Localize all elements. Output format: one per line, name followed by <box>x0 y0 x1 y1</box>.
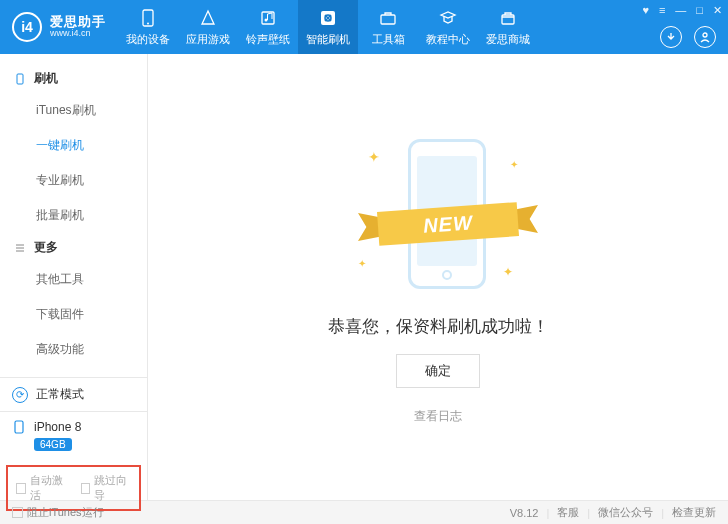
nav-tools[interactable]: 工具箱 <box>358 0 418 54</box>
flash-icon <box>318 8 338 28</box>
minimize-icon[interactable]: — <box>675 4 686 17</box>
nav-store[interactable]: 爱思商城 <box>478 0 538 54</box>
device-mode-status[interactable]: ⟳ 正常模式 <box>0 377 147 411</box>
nav-label: 我的设备 <box>126 32 170 47</box>
refresh-icon: ⟳ <box>12 387 28 403</box>
nav-label: 智能刷机 <box>306 32 350 47</box>
device-info[interactable]: iPhone 8 64GB <box>0 411 147 459</box>
app-header: i4 爱思助手 www.i4.cn 我的设备 应用游戏 铃声壁纸 智能刷机 工具… <box>0 0 728 54</box>
sidebar-item-download-firmware[interactable]: 下载固件 <box>0 297 147 332</box>
checkbox-icon <box>81 483 91 494</box>
check-update-link[interactable]: 检查更新 <box>672 505 716 520</box>
status-label: 正常模式 <box>36 386 84 403</box>
sidebar-group-more[interactable]: 更多 <box>0 233 147 262</box>
sidebar-item-itunes-flash[interactable]: iTunes刷机 <box>0 93 147 128</box>
support-link[interactable]: 客服 <box>557 505 579 520</box>
nav-tutorials[interactable]: 教程中心 <box>418 0 478 54</box>
nav-ringtones[interactable]: 铃声壁纸 <box>238 0 298 54</box>
svg-point-8 <box>703 33 707 37</box>
checkbox-icon <box>12 507 23 518</box>
view-log-link[interactable]: 查看日志 <box>414 408 462 425</box>
checkbox-icon <box>16 483 26 494</box>
ribbon-text: NEW <box>377 202 519 246</box>
logo-icon: i4 <box>12 12 42 42</box>
sidebar-item-batch-flash[interactable]: 批量刷机 <box>0 198 147 233</box>
sidebar: 刷机 iTunes刷机 一键刷机 专业刷机 批量刷机 更多 其他工具 下载固件 … <box>0 54 148 500</box>
tutorial-icon <box>438 8 458 28</box>
nav-apps[interactable]: 应用游戏 <box>178 0 238 54</box>
sidebar-item-advanced[interactable]: 高级功能 <box>0 332 147 367</box>
toolbox-icon <box>378 8 398 28</box>
group-label: 刷机 <box>34 70 58 87</box>
device-name: iPhone 8 <box>34 420 81 434</box>
download-icon[interactable] <box>660 26 682 48</box>
wechat-link[interactable]: 微信公众号 <box>598 505 653 520</box>
device-icon <box>138 8 158 28</box>
block-itunes-checkbox[interactable]: 阻止iTunes运行 <box>12 505 104 520</box>
checkbox-label: 跳过向导 <box>94 473 131 503</box>
menu-icon[interactable]: ♥ <box>642 4 649 17</box>
checkbox-label: 自动激活 <box>30 473 67 503</box>
svg-rect-10 <box>15 421 23 433</box>
nav-label: 工具箱 <box>372 32 405 47</box>
window-controls: ♥ ≡ — □ ✕ <box>642 4 722 17</box>
storage-badge: 64GB <box>34 438 72 451</box>
star-icon: ✦ <box>368 149 380 165</box>
skip-wizard-checkbox[interactable]: 跳过向导 <box>81 473 132 503</box>
svg-point-1 <box>147 22 149 24</box>
settings-icon[interactable]: ≡ <box>659 4 665 17</box>
group-label: 更多 <box>34 239 58 256</box>
app-title: 爱思助手 <box>50 15 106 29</box>
phone-mini-icon <box>12 420 26 434</box>
auto-activate-checkbox[interactable]: 自动激活 <box>16 473 67 503</box>
main-content: ✦ ✦ ✦ ✦ NEW 恭喜您，保资料刷机成功啦！ 确定 查看日志 <box>148 54 728 500</box>
checkbox-label: 阻止iTunes运行 <box>27 505 104 520</box>
star-icon: ✦ <box>510 159 518 170</box>
app-url: www.i4.cn <box>50 29 106 39</box>
sidebar-group-flash[interactable]: 刷机 <box>0 64 147 93</box>
star-icon: ✦ <box>358 258 366 269</box>
top-nav: 我的设备 应用游戏 铃声壁纸 智能刷机 工具箱 教程中心 爱思商城 <box>118 0 538 54</box>
success-message: 恭喜您，保资料刷机成功啦！ <box>328 315 549 338</box>
svg-rect-9 <box>17 74 23 84</box>
sidebar-item-oneclick-flash[interactable]: 一键刷机 <box>0 128 147 163</box>
nav-label: 应用游戏 <box>186 32 230 47</box>
logo-area: i4 爱思助手 www.i4.cn <box>0 12 118 42</box>
nav-flash[interactable]: 智能刷机 <box>298 0 358 54</box>
header-actions <box>660 26 716 48</box>
nav-label: 教程中心 <box>426 32 470 47</box>
close-icon[interactable]: ✕ <box>713 4 722 17</box>
sidebar-item-other-tools[interactable]: 其他工具 <box>0 262 147 297</box>
svg-rect-6 <box>381 15 395 24</box>
nav-my-device[interactable]: 我的设备 <box>118 0 178 54</box>
star-icon: ✦ <box>503 265 513 279</box>
nav-label: 爱思商城 <box>486 32 530 47</box>
sidebar-item-pro-flash[interactable]: 专业刷机 <box>0 163 147 198</box>
version-label: V8.12 <box>510 507 539 519</box>
maximize-icon[interactable]: □ <box>696 4 703 17</box>
user-icon[interactable] <box>694 26 716 48</box>
apps-icon <box>198 8 218 28</box>
more-icon <box>14 242 26 254</box>
ribbon-graphic: NEW <box>358 199 538 249</box>
store-icon <box>498 8 518 28</box>
ringtone-icon <box>258 8 278 28</box>
nav-label: 铃声壁纸 <box>246 32 290 47</box>
phone-icon <box>14 73 26 85</box>
success-illustration: ✦ ✦ ✦ ✦ NEW <box>338 129 538 299</box>
confirm-button[interactable]: 确定 <box>396 354 480 388</box>
